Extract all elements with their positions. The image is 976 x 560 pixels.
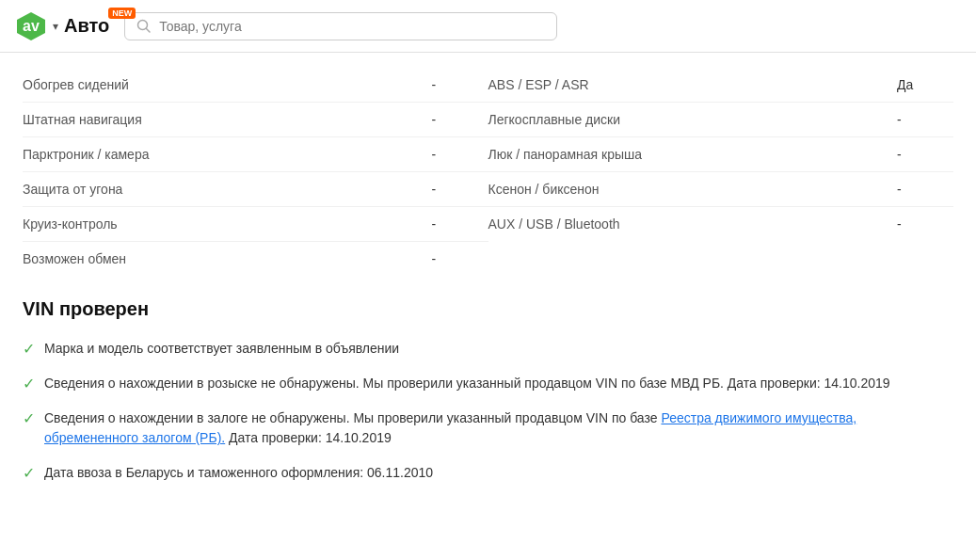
feature-value: - xyxy=(432,112,488,127)
check-text: Дата ввоза в Беларусь и таможенного офор… xyxy=(44,463,433,483)
checkmark-icon: ✓ xyxy=(23,375,35,392)
feature-value: - xyxy=(897,147,953,162)
vin-registry-link[interactable]: Реестра движимого имущества, обремененно… xyxy=(44,410,856,445)
check-text: Сведения о нахождении в розыске не обнар… xyxy=(44,374,890,393)
checkmark-icon: ✓ xyxy=(23,464,35,482)
table-row: ABS / ESP / ASR Да xyxy=(488,68,954,103)
header: av ▾ Авто new xyxy=(0,0,976,53)
feature-name: AUX / USB / Bluetooth xyxy=(488,216,883,232)
checkmark-icon: ✓ xyxy=(23,409,35,427)
new-badge: new xyxy=(108,8,136,19)
table-row: Обогрев сидений - xyxy=(23,68,488,103)
table-row: Люк / панорамная крыша - xyxy=(488,137,954,172)
logo-container: av ▾ Авто new xyxy=(15,10,109,42)
vin-section: VIN проверен ✓Марка и модель соответству… xyxy=(23,298,953,483)
vin-checks: ✓Марка и модель соответствует заявленным… xyxy=(23,339,953,483)
feature-name: Возможен обмен xyxy=(23,251,417,266)
feature-name: Круиз-контроль xyxy=(23,216,417,232)
search-bar[interactable] xyxy=(124,12,557,40)
feature-name: Люк / панорамная крыша xyxy=(488,147,883,162)
list-item: ✓Марка и модель соответствует заявленным… xyxy=(23,339,953,359)
feature-name: Ксенон / биксенон xyxy=(488,182,883,197)
table-row: Штатная навигация - xyxy=(23,103,488,137)
table-row: Круиз-контроль - xyxy=(23,207,488,242)
feature-name: Обогрев сидений xyxy=(23,77,417,92)
table-row: Легкосплавные диски - xyxy=(488,103,954,137)
table-row: Защита от угона - xyxy=(23,172,488,207)
feature-value: Да xyxy=(897,77,953,92)
check-text: Марка и модель соответствует заявленным … xyxy=(44,339,399,359)
main-content: Обогрев сидений - Штатная навигация - Па… xyxy=(0,53,976,505)
table-row: AUX / USB / Bluetooth - xyxy=(488,207,954,241)
search-icon xyxy=(136,19,152,34)
svg-line-3 xyxy=(147,28,151,32)
logo-icon[interactable]: av xyxy=(15,10,47,42)
feature-name: ABS / ESP / ASR xyxy=(488,77,883,92)
checkmark-icon: ✓ xyxy=(23,340,35,358)
feature-value: - xyxy=(432,77,488,92)
svg-text:av: av xyxy=(23,18,40,34)
vin-title: VIN проверен xyxy=(23,298,953,320)
feature-value: - xyxy=(432,216,488,232)
search-input[interactable] xyxy=(159,19,545,34)
feature-value: - xyxy=(432,182,488,197)
features-left-column: Обогрев сидений - Штатная навигация - Па… xyxy=(23,68,488,276)
features-table: Обогрев сидений - Штатная навигация - Па… xyxy=(23,68,953,276)
feature-value: - xyxy=(432,147,488,162)
features-right-column: ABS / ESP / ASR Да Легкосплавные диски -… xyxy=(488,68,954,276)
feature-value: - xyxy=(897,182,953,197)
check-text: Сведения о нахождении в залоге не обнару… xyxy=(44,408,953,448)
feature-name: Парктроник / камера xyxy=(23,147,417,162)
table-row: Ксенон / биксенон - xyxy=(488,172,954,207)
feature-value: - xyxy=(432,251,488,266)
feature-name: Защита от угона xyxy=(23,182,417,197)
feature-name: Легкосплавные диски xyxy=(488,112,883,127)
table-row: Возможен обмен - xyxy=(23,242,488,276)
list-item: ✓Сведения о нахождении в розыске не обна… xyxy=(23,374,953,393)
logo-text: Авто new xyxy=(64,15,109,37)
logo-dropdown-chevron[interactable]: ▾ xyxy=(53,20,58,33)
table-row: Парктроник / камера - xyxy=(23,137,488,172)
list-item: ✓Сведения о нахождении в залоге не обнар… xyxy=(23,408,953,448)
feature-name: Штатная навигация xyxy=(23,112,417,127)
feature-value: - xyxy=(897,216,953,232)
feature-value: - xyxy=(897,112,953,127)
list-item: ✓Дата ввоза в Беларусь и таможенного офо… xyxy=(23,463,953,483)
